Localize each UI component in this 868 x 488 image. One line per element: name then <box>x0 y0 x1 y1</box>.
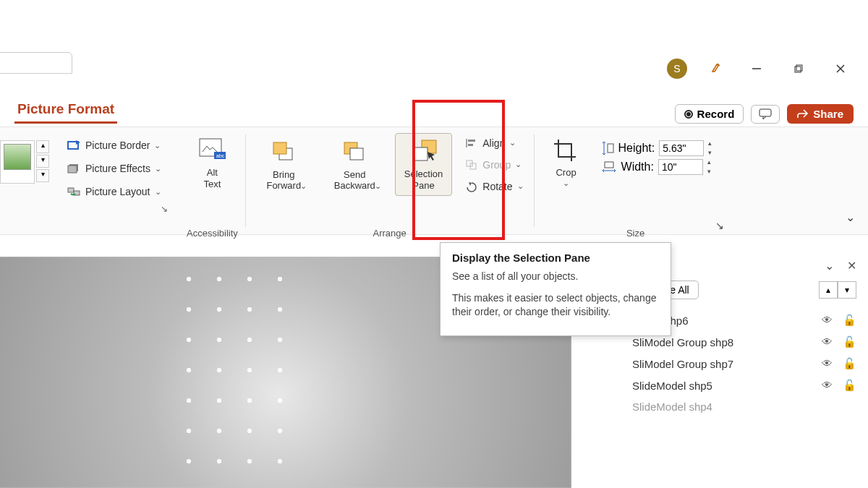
arrange-group-label: Arrange <box>253 228 527 239</box>
svg-rect-25 <box>608 144 613 153</box>
tab-picture-format[interactable]: Picture Format <box>14 100 117 124</box>
picture-layout-icon <box>67 185 81 198</box>
picture-styles-launcher-icon[interactable]: ↘ <box>161 204 172 214</box>
bring-forward-button[interactable]: Bring Forward ⌄ <box>253 133 315 196</box>
width-field[interactable]: Width: ▴▾ <box>601 159 712 175</box>
align-button[interactable]: Align ⌄ <box>462 136 526 150</box>
svg-rect-8 <box>68 166 77 173</box>
eye-icon[interactable]: 👁 <box>822 357 833 370</box>
send-backward-button[interactable]: Send Backward ⌄ <box>320 133 389 196</box>
share-button[interactable]: Share <box>787 104 854 124</box>
picture-border-icon <box>67 139 81 152</box>
height-field[interactable]: Height: ▴▾ <box>601 140 712 156</box>
coming-soon-icon[interactable] <box>709 61 729 76</box>
svg-rect-22 <box>468 144 473 146</box>
svg-rect-9 <box>68 188 74 192</box>
record-icon <box>684 110 693 119</box>
comments-button[interactable] <box>751 105 780 124</box>
gallery-down-icon[interactable]: ▾ <box>36 155 49 168</box>
eye-icon[interactable]: 👁 <box>822 314 833 327</box>
size-group-label: Size <box>542 228 730 239</box>
group-button: Group ⌄ <box>462 158 526 172</box>
picture-style-gallery[interactable] <box>0 140 35 184</box>
tooltip-line2: This makes it easier to select objects, … <box>452 291 659 320</box>
width-input[interactable] <box>658 159 703 175</box>
lock-icon[interactable]: 🔓 <box>843 314 856 327</box>
height-spin-up[interactable]: ▴ <box>708 140 712 147</box>
accessibility-group-label: Accessibility <box>187 228 238 239</box>
width-spin-down[interactable]: ▾ <box>707 168 711 175</box>
alt-text-button[interactable]: abc Alt Text <box>187 133 237 193</box>
lock-icon[interactable]: 🔓 <box>843 335 856 348</box>
picture-effects-icon <box>67 162 81 175</box>
move-down-button[interactable]: ▾ <box>838 281 856 299</box>
svg-rect-19 <box>413 147 427 160</box>
height-icon <box>601 140 614 156</box>
gallery-up-icon[interactable]: ▴ <box>36 140 49 153</box>
selection-pane-close-icon[interactable]: ✕ <box>847 259 856 273</box>
size-launcher-icon[interactable]: ↘ <box>715 220 724 231</box>
height-input[interactable] <box>659 140 704 156</box>
list-item[interactable]: SlideModel shp5👁🔓 <box>632 374 856 396</box>
picture-layout-button[interactable]: Picture Layout ⌄ <box>64 184 172 200</box>
rotate-button[interactable]: Rotate ⌄ <box>462 179 526 194</box>
rotate-icon <box>465 181 478 192</box>
collapse-ribbon-icon[interactable]: ⌄ <box>846 210 855 224</box>
alt-text-icon: abc <box>198 137 226 164</box>
decorative-dots <box>174 264 297 481</box>
svg-rect-26 <box>605 162 613 168</box>
title-bar: S <box>667 51 868 87</box>
height-spin-down[interactable]: ▾ <box>708 150 712 156</box>
selection-pane-icon <box>410 138 438 166</box>
list-item[interactable]: SliModel Group shp7👁🔓 <box>632 353 856 374</box>
close-window-button[interactable] <box>835 63 855 74</box>
eye-icon[interactable]: 👁 <box>822 379 833 392</box>
tab-row: Picture Format Record Share <box>14 100 854 124</box>
eye-icon[interactable]: 👁 <box>822 335 833 348</box>
lock-icon[interactable]: 🔓 <box>843 379 856 392</box>
align-icon <box>465 137 478 149</box>
svg-rect-21 <box>468 140 475 142</box>
svg-rect-5 <box>760 109 771 116</box>
svg-text:abc: abc <box>216 153 225 158</box>
tooltip-selection-pane: Display the Selection Pane See a list of… <box>440 242 671 336</box>
group-icon <box>465 159 478 171</box>
lock-icon[interactable]: 🔓 <box>843 357 856 370</box>
crop-icon <box>553 137 580 164</box>
tooltip-title: Display the Selection Pane <box>452 252 659 264</box>
picture-effects-button[interactable]: Picture Effects ⌄ <box>64 160 172 176</box>
alt-text-label: Alt Text <box>203 167 221 189</box>
width-icon <box>601 160 617 174</box>
gallery-more-icon[interactable]: ▾ <box>36 169 49 182</box>
bring-forward-icon <box>270 139 297 166</box>
send-backward-icon <box>341 139 368 166</box>
list-item[interactable]: SlideModel shp4 <box>632 396 856 417</box>
ribbon: ▴ ▾ ▾ Picture Border ⌄ Picture Effects ⌄… <box>0 127 868 235</box>
svg-rect-15 <box>273 142 286 154</box>
crop-button[interactable]: Crop ⌄ <box>542 133 591 192</box>
svg-rect-1 <box>795 67 801 72</box>
svg-rect-17 <box>350 148 363 160</box>
selection-pane-button[interactable]: Selection Pane <box>395 133 452 196</box>
restore-button[interactable] <box>793 63 813 74</box>
selection-pane-options-icon[interactable]: ⌄ <box>825 259 834 273</box>
svg-rect-2 <box>796 65 802 71</box>
tooltip-line1: See a list of all your objects. <box>452 270 659 284</box>
move-up-button[interactable]: ▴ <box>819 281 838 299</box>
user-avatar[interactable]: S <box>667 59 687 79</box>
picture-border-button[interactable]: Picture Border ⌄ <box>64 137 172 153</box>
width-spin-up[interactable]: ▴ <box>707 159 711 166</box>
record-button[interactable]: Record <box>675 104 744 124</box>
minimize-button[interactable] <box>751 63 771 74</box>
